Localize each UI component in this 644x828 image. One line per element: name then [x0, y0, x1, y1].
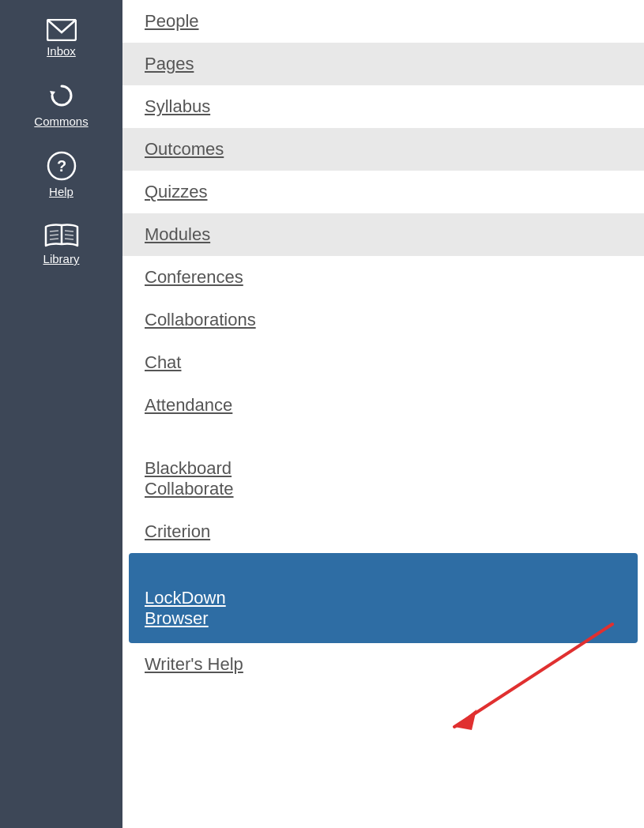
svg-line-6	[50, 235, 58, 235]
svg-line-9	[65, 235, 73, 235]
sidebar-item-library[interactable]: Library	[0, 209, 122, 277]
svg-line-7	[50, 239, 58, 239]
nav-item-chat[interactable]: Chat	[122, 341, 644, 384]
library-icon	[44, 220, 79, 249]
sidebar-item-label-help: Help	[49, 185, 73, 198]
nav-item-syllabus[interactable]: Syllabus	[122, 85, 644, 128]
sidebar-item-label-inbox: Inbox	[47, 44, 76, 58]
sidebar-item-inbox[interactable]: Inbox	[0, 8, 122, 69]
sidebar-item-help[interactable]: ? Help	[0, 139, 122, 209]
inbox-icon	[47, 19, 77, 41]
nav-item-conferences[interactable]: Conferences	[122, 256, 644, 299]
navigation-list: People Pages Syllabus Outcomes Quizzes M…	[122, 0, 644, 686]
svg-marker-1	[50, 91, 55, 96]
nav-item-quizzes[interactable]: Quizzes	[122, 171, 644, 213]
nav-item-blackboard-collaborate[interactable]: Blackboard Collaborate	[122, 427, 644, 510]
nav-item-attendance[interactable]: Attendance	[122, 384, 644, 427]
sidebar-item-commons[interactable]: Commons	[0, 69, 122, 139]
sidebar-item-label-commons: Commons	[34, 115, 88, 128]
sidebar-item-label-library: Library	[43, 252, 80, 265]
nav-item-modules[interactable]: Modules	[122, 213, 644, 256]
svg-text:?: ?	[56, 157, 66, 175]
nav-item-collaborations[interactable]: Collaborations	[122, 299, 644, 341]
blackboard-collaborate-label: Blackboard Collaborate	[145, 458, 234, 499]
nav-item-outcomes[interactable]: Outcomes	[122, 128, 644, 171]
nav-item-criterion[interactable]: Criterion	[122, 510, 644, 553]
nav-item-people[interactable]: People	[122, 0, 644, 43]
sidebar: Inbox Commons ? Help	[0, 0, 122, 828]
svg-line-8	[65, 231, 73, 231]
svg-line-10	[65, 239, 73, 239]
lockdown-browser-label: LockDown Browser	[145, 588, 226, 628]
svg-line-5	[50, 231, 58, 231]
main-nav: People Pages Syllabus Outcomes Quizzes M…	[122, 0, 644, 702]
nav-item-writers-help[interactable]: Writer's Help	[122, 643, 644, 686]
commons-icon	[46, 80, 77, 111]
main-content-wrapper: People Pages Syllabus Outcomes Quizzes M…	[122, 0, 644, 828]
svg-marker-12	[454, 709, 476, 730]
nav-item-pages[interactable]: Pages	[122, 43, 644, 85]
nav-item-lockdown-browser[interactable]: LockDown Browser	[129, 553, 638, 643]
help-icon: ?	[46, 150, 77, 182]
